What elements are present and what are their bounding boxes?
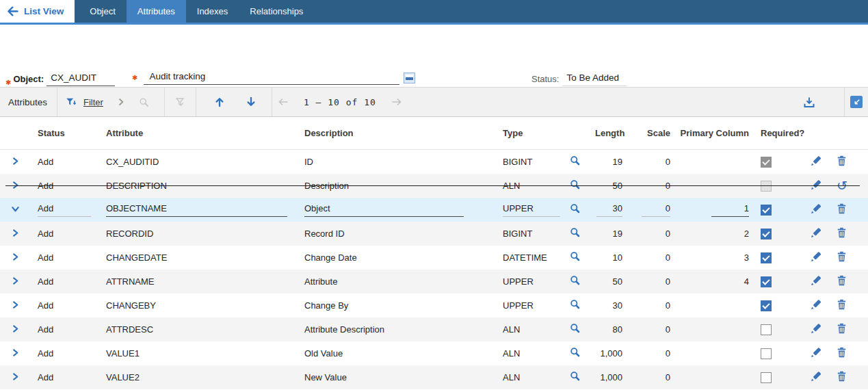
table-row[interactable]: AddCHANGEDATEChange DateDATETIME1003 xyxy=(0,246,868,270)
col-header-scale[interactable]: Scale xyxy=(622,128,670,138)
chevron-right-icon[interactable] xyxy=(11,324,20,333)
edit-action[interactable] xyxy=(800,299,831,313)
table-row[interactable]: AddCHANGEBYChange ByUPPER300 xyxy=(0,294,868,317)
col-header-length[interactable]: Length xyxy=(595,128,622,138)
delete-action[interactable] xyxy=(831,299,858,312)
edit-pencil-icon[interactable] xyxy=(810,203,821,215)
delete-action[interactable] xyxy=(831,347,858,360)
type-lookup[interactable] xyxy=(568,299,595,312)
object-description-input[interactable]: Audit tracking xyxy=(144,71,399,85)
row-expand-toggle[interactable] xyxy=(0,324,38,335)
type-lookup[interactable] xyxy=(568,179,595,192)
required-checkbox[interactable] xyxy=(761,300,772,311)
required-cell[interactable] xyxy=(749,372,800,383)
type-lookup-icon[interactable] xyxy=(570,347,581,358)
delete-trash-icon[interactable] xyxy=(837,323,847,334)
delete-action[interactable] xyxy=(831,323,858,336)
row-expand-toggle[interactable] xyxy=(0,372,38,383)
delete-trash-icon[interactable] xyxy=(837,227,847,238)
table-row[interactable]: AddOBJECTNAMEObjectUPPER3001 xyxy=(0,198,868,222)
type-lookup[interactable] xyxy=(568,347,595,360)
type-lookup-icon[interactable] xyxy=(570,251,581,262)
type-lookup-icon[interactable] xyxy=(570,203,581,214)
edit-pencil-icon[interactable] xyxy=(810,251,821,263)
delete-trash-icon[interactable] xyxy=(837,275,847,286)
delete-trash-icon[interactable] xyxy=(837,347,847,358)
row-expand-toggle[interactable] xyxy=(0,181,38,192)
required-cell[interactable] xyxy=(749,348,800,359)
required-cell[interactable] xyxy=(749,181,800,192)
col-header-attribute[interactable]: Attribute xyxy=(106,128,304,138)
table-row[interactable]: AddCX_AUDITIDIDBIGINT190 xyxy=(0,150,868,174)
table-row[interactable]: AddATTRDESCAttribute DescriptionALN800 xyxy=(0,317,868,341)
table-row[interactable]: AddVALUE1Old ValueALN1,0000 xyxy=(0,341,868,365)
download-icon[interactable] xyxy=(803,96,815,108)
type-lookup[interactable] xyxy=(568,155,595,168)
row-expand-toggle[interactable] xyxy=(0,348,38,359)
filter-link[interactable]: Filter xyxy=(83,97,103,107)
undo-action[interactable]: ↺ xyxy=(831,179,858,192)
edit-action[interactable] xyxy=(800,179,831,193)
edit-action[interactable] xyxy=(800,203,831,217)
type-lookup-icon[interactable] xyxy=(570,371,581,382)
row-expand-toggle[interactable] xyxy=(0,276,38,287)
object-input[interactable]: CX_AUDIT xyxy=(47,73,115,86)
row-expand-toggle[interactable] xyxy=(0,157,38,168)
delete-action[interactable] xyxy=(831,155,858,168)
required-checkbox[interactable] xyxy=(761,252,772,263)
type-lookup-icon[interactable] xyxy=(570,179,581,190)
filter-funnel-icon[interactable] xyxy=(66,97,77,107)
delete-trash-icon[interactable] xyxy=(837,155,847,166)
long-description-icon[interactable] xyxy=(404,73,415,83)
edit-pencil-icon[interactable] xyxy=(810,155,821,167)
type-lookup-icon[interactable] xyxy=(570,227,581,238)
row-expand-toggle[interactable] xyxy=(0,205,38,216)
type-lookup-icon[interactable] xyxy=(570,299,581,310)
row-expand-toggle[interactable] xyxy=(0,229,38,239)
edit-pencil-icon[interactable] xyxy=(810,347,821,359)
type-lookup-icon[interactable] xyxy=(570,155,581,166)
delete-action[interactable] xyxy=(831,227,858,240)
col-header-type[interactable]: Type xyxy=(503,128,568,138)
move-down-icon[interactable] xyxy=(246,96,257,107)
edit-pencil-icon[interactable] xyxy=(810,371,821,382)
required-cell[interactable] xyxy=(749,324,800,335)
chevron-right-icon[interactable] xyxy=(118,98,124,106)
edit-action[interactable] xyxy=(800,323,831,337)
chevron-right-icon[interactable] xyxy=(11,157,20,166)
col-header-primary-column[interactable]: Primary Column xyxy=(670,128,749,138)
required-cell[interactable] xyxy=(749,300,800,311)
type-lookup[interactable] xyxy=(568,251,595,264)
table-row[interactable]: AddRECORDIDRecord IDBIGINT1902 xyxy=(0,222,868,246)
edit-action[interactable] xyxy=(800,155,831,169)
tab-attributes[interactable]: Attributes xyxy=(127,0,186,23)
tab-relationships[interactable]: Relationships xyxy=(239,0,314,23)
type-lookup[interactable] xyxy=(568,275,595,288)
delete-trash-icon[interactable] xyxy=(837,251,847,262)
required-cell[interactable] xyxy=(749,157,800,168)
required-checkbox[interactable] xyxy=(761,348,772,359)
delete-action[interactable] xyxy=(831,371,858,384)
delete-trash-icon[interactable] xyxy=(837,203,847,214)
edit-pencil-icon[interactable] xyxy=(810,323,821,335)
tab-indexes[interactable]: Indexes xyxy=(186,0,239,23)
type-lookup[interactable] xyxy=(568,203,595,216)
required-cell[interactable] xyxy=(749,276,800,287)
delete-trash-icon[interactable] xyxy=(837,371,847,382)
delete-trash-icon[interactable] xyxy=(837,299,847,310)
undo-icon[interactable]: ↺ xyxy=(837,178,847,193)
chevron-right-icon[interactable] xyxy=(11,252,20,261)
required-checkbox[interactable] xyxy=(761,205,772,216)
table-row[interactable]: AddDESCRIPTIONDescriptionALN500↺ xyxy=(0,174,868,198)
row-expand-toggle[interactable] xyxy=(0,300,38,311)
edit-pencil-icon[interactable] xyxy=(810,275,821,287)
edit-pencil-icon[interactable] xyxy=(810,179,821,191)
table-row[interactable]: AddVALUE2New ValueALN1,0000 xyxy=(0,365,868,389)
required-checkbox[interactable] xyxy=(761,276,772,287)
required-cell[interactable] xyxy=(749,229,800,239)
attribute-cell[interactable]: OBJECTNAME xyxy=(106,203,304,217)
description-cell[interactable]: Object xyxy=(304,203,503,217)
move-up-icon[interactable] xyxy=(214,96,225,107)
edit-action[interactable] xyxy=(800,227,831,241)
required-cell[interactable] xyxy=(749,205,800,216)
